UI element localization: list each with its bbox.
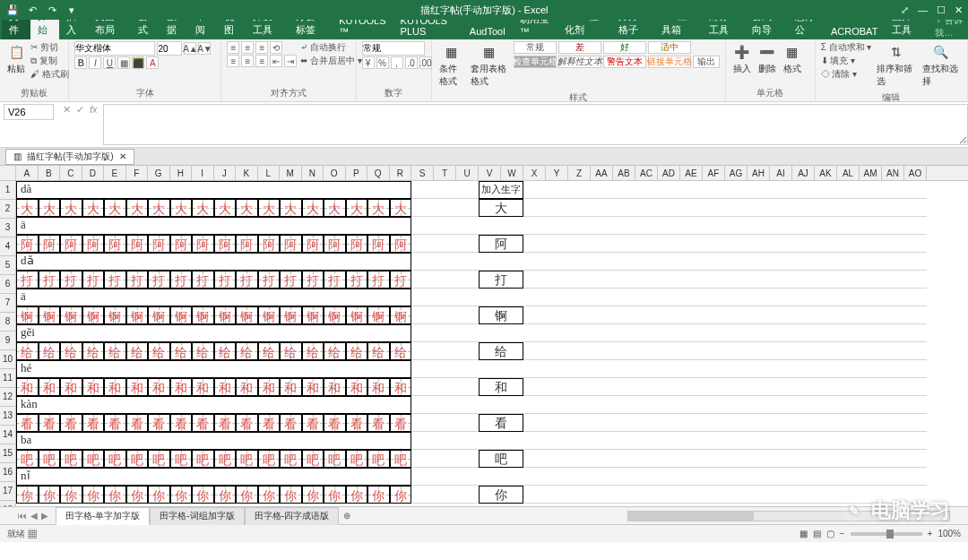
source-char-cell[interactable]: 和: [479, 378, 523, 396]
column-header[interactable]: G: [148, 166, 170, 180]
practice-char-cell[interactable]: 锕: [280, 306, 302, 324]
practice-char-cell[interactable]: 吧: [126, 450, 149, 468]
sort-filter-button[interactable]: ⇅排序和筛选: [875, 41, 916, 90]
practice-char-cell[interactable]: 锕: [258, 306, 281, 324]
practice-char-cell[interactable]: 看: [192, 414, 214, 432]
practice-char-cell[interactable]: 你: [16, 486, 39, 504]
practice-char-cell[interactable]: 给: [346, 342, 368, 360]
practice-char-cell[interactable]: 你: [39, 486, 61, 504]
practice-char-cell[interactable]: 和: [16, 378, 39, 396]
column-header[interactable]: AJ: [792, 166, 815, 180]
practice-char-cell[interactable]: 和: [367, 378, 390, 396]
ribbon-tab[interactable]: AudTool: [462, 23, 513, 39]
practice-char-cell[interactable]: 吧: [104, 450, 126, 468]
practice-char-cell[interactable]: 打: [324, 271, 346, 289]
practice-char-cell[interactable]: 看: [82, 414, 105, 432]
practice-char-cell[interactable]: 锕: [104, 306, 126, 324]
pinyin-cell[interactable]: dà: [16, 181, 411, 199]
practice-char-cell[interactable]: 看: [148, 414, 170, 432]
practice-char-cell[interactable]: 给: [82, 342, 105, 360]
practice-char-cell[interactable]: 你: [236, 486, 258, 504]
underline-icon[interactable]: U: [103, 56, 116, 69]
row-header[interactable]: 12: [0, 388, 16, 407]
practice-char-cell[interactable]: 你: [170, 486, 193, 504]
practice-char-cell[interactable]: 看: [104, 414, 126, 432]
undo-icon[interactable]: ↶: [25, 3, 39, 17]
practice-char-cell[interactable]: 吧: [258, 450, 281, 468]
practice-char-cell[interactable]: 大: [192, 199, 214, 217]
practice-char-cell[interactable]: 和: [170, 378, 193, 396]
practice-char-cell[interactable]: 锕: [39, 306, 61, 324]
practice-char-cell[interactable]: 你: [367, 486, 390, 504]
fx-icon[interactable]: fx: [90, 104, 98, 116]
style-check[interactable]: 检查单元格: [514, 56, 557, 68]
practice-char-cell[interactable]: 看: [214, 414, 237, 432]
delete-cells-button[interactable]: ➖删除: [756, 41, 778, 77]
column-header[interactable]: AL: [837, 166, 860, 180]
practice-char-cell[interactable]: 阿: [39, 235, 61, 253]
column-header[interactable]: A: [16, 166, 39, 180]
source-char-cell[interactable]: 吧: [479, 450, 523, 468]
view-normal-icon[interactable]: ▦: [799, 529, 808, 538]
pinyin-cell[interactable]: ba: [16, 432, 411, 450]
column-header[interactable]: AG: [725, 166, 748, 180]
practice-char-cell[interactable]: 阿: [367, 235, 390, 253]
practice-char-cell[interactable]: 打: [192, 271, 214, 289]
column-header[interactable]: AH: [748, 166, 770, 180]
practice-char-cell[interactable]: 大: [236, 199, 258, 217]
style-normal[interactable]: 常规: [514, 41, 557, 54]
practice-char-cell[interactable]: 给: [390, 342, 412, 360]
practice-char-cell[interactable]: 吧: [367, 450, 390, 468]
practice-char-cell[interactable]: 大: [126, 199, 149, 217]
practice-char-cell[interactable]: 打: [60, 271, 82, 289]
view-pagebreak-icon[interactable]: ▢: [826, 529, 834, 538]
row-header[interactable]: 7: [0, 294, 16, 313]
save-icon[interactable]: 💾: [5, 3, 20, 17]
practice-char-cell[interactable]: 给: [367, 342, 390, 360]
practice-char-cell[interactable]: 和: [214, 378, 237, 396]
practice-char-cell[interactable]: 你: [104, 486, 126, 504]
workbook-file-chip[interactable]: ▥ 描红字帖(手动加字版) ✕: [5, 149, 134, 165]
column-header[interactable]: T: [434, 166, 456, 180]
decrease-font-icon[interactable]: A▼: [198, 42, 211, 55]
ribbon-tab[interactable]: ACROBAT: [824, 23, 885, 39]
practice-char-cell[interactable]: 给: [302, 342, 324, 360]
column-header[interactable]: D: [82, 166, 105, 180]
worksheet-grid[interactable]: ABCDEFGHIJKLMNOPQRSTUVWXYZAAABACADAEAFAG…: [0, 166, 968, 506]
style-output[interactable]: 输出: [693, 56, 720, 68]
column-header[interactable]: M: [280, 166, 302, 180]
practice-char-cell[interactable]: 锕: [170, 306, 193, 324]
column-header[interactable]: AI: [770, 166, 792, 180]
practice-char-cell[interactable]: 和: [236, 378, 258, 396]
column-header[interactable]: C: [60, 166, 82, 180]
clear-button[interactable]: ◇ 清除 ▾: [821, 68, 872, 81]
practice-char-cell[interactable]: 打: [126, 271, 149, 289]
pinyin-cell[interactable]: dǎ: [16, 253, 411, 271]
practice-char-cell[interactable]: 你: [302, 486, 324, 504]
column-header[interactable]: R: [390, 166, 412, 180]
practice-char-cell[interactable]: 看: [324, 414, 346, 432]
practice-char-cell[interactable]: 你: [192, 486, 214, 504]
view-layout-icon[interactable]: ▤: [813, 529, 821, 538]
practice-char-cell[interactable]: 打: [82, 271, 105, 289]
cut-button[interactable]: ✂ 剪切: [30, 41, 69, 54]
column-header[interactable]: F: [126, 166, 149, 180]
practice-char-cell[interactable]: 吧: [16, 450, 39, 468]
wrap-text-button[interactable]: ⤶ 自动换行: [300, 41, 362, 54]
redo-icon[interactable]: ↷: [45, 3, 59, 17]
column-header[interactable]: L: [258, 166, 281, 180]
row-header[interactable]: 1: [0, 181, 16, 200]
practice-char-cell[interactable]: 看: [367, 414, 390, 432]
practice-char-cell[interactable]: 给: [214, 342, 237, 360]
zoom-out-icon[interactable]: −: [840, 529, 845, 538]
practice-char-cell[interactable]: 吧: [148, 450, 170, 468]
practice-char-cell[interactable]: 阿: [324, 235, 346, 253]
row-header[interactable]: 9: [0, 332, 16, 350]
row-header[interactable]: 4: [0, 237, 16, 256]
practice-char-cell[interactable]: 锕: [148, 306, 170, 324]
style-link[interactable]: 链接单元格: [648, 56, 691, 68]
practice-char-cell[interactable]: 你: [346, 486, 368, 504]
row-header[interactable]: 5: [0, 256, 16, 275]
practice-char-cell[interactable]: 大: [390, 199, 412, 217]
practice-char-cell[interactable]: 阿: [236, 235, 258, 253]
